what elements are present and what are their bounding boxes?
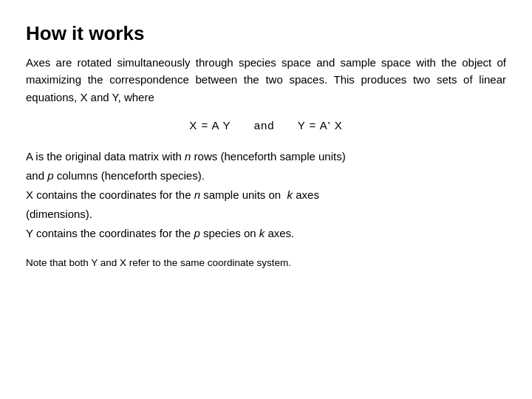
body-line5-p: p (194, 227, 200, 239)
body-line3-mid: sample units on (200, 188, 284, 201)
intro-paragraph: Axes are rotated simultaneously through … (26, 54, 506, 106)
body-line2-post: columns (henceforth species). (54, 169, 205, 182)
body-line5-post: axes. (265, 227, 294, 239)
body-line5-pre: Y contains the coordinates for the (26, 227, 194, 239)
page-title: How it works (26, 22, 506, 45)
body-line-3: X contains the coordinates for the n sam… (26, 186, 506, 204)
body-line-5: Y contains the coordinates for the p spe… (26, 225, 506, 242)
body-line3-post: axes (293, 188, 319, 201)
equation-block: X = A Y and Y = A' X (26, 119, 506, 132)
equation-right: Y = A' X (298, 119, 343, 132)
body-line1-post: rows (henceforth sample units) (191, 150, 345, 163)
body-line3-k: k (287, 188, 293, 201)
page-container: How it works Axes are rotated simultaneo… (0, 0, 532, 399)
equation-connector: and (254, 119, 275, 132)
body-text: A is the original data matrix with n row… (26, 148, 506, 242)
body-line1-pre: A is the original data matrix with (26, 150, 185, 163)
equation-left: X = A Y (189, 119, 231, 132)
body-line3-pre: X contains the coordinates for the (26, 188, 194, 201)
body-line-4: (dimensions). (26, 205, 506, 223)
body-line3-n: n (194, 188, 200, 201)
body-line-1: A is the original data matrix with n row… (26, 148, 506, 166)
note-text: Note that both Y and X refer to the same… (26, 257, 506, 268)
body-line-2: and p columns (henceforth species). (26, 167, 506, 185)
body-line2-p: p (47, 169, 53, 182)
body-line2-pre: and (26, 169, 47, 182)
body-line5-mid: species on (200, 227, 259, 239)
